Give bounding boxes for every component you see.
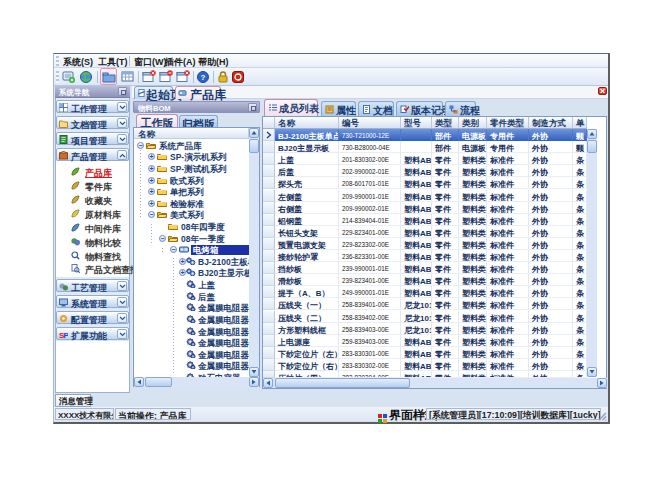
svg-text:P: P — [64, 331, 69, 339]
svg-text:?: ? — [201, 73, 206, 82]
